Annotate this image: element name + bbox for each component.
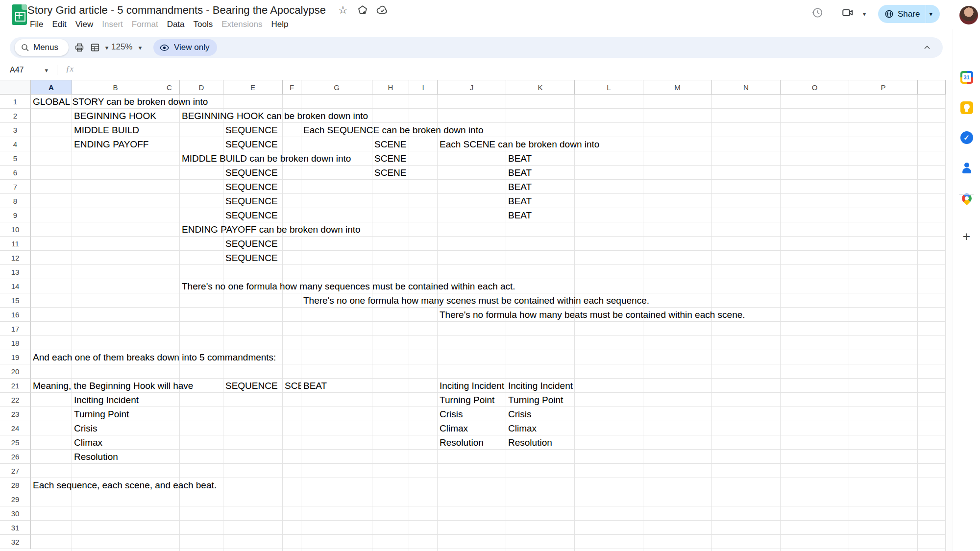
- column-header-K[interactable]: K: [506, 80, 575, 95]
- column-header-G[interactable]: G: [301, 80, 372, 95]
- column-header-E[interactable]: E: [223, 80, 283, 95]
- cell-J25[interactable]: Resolution: [438, 435, 506, 450]
- cell-E12[interactable]: SEQUENCE: [223, 251, 945, 265]
- cell-J24[interactable]: Climax: [438, 421, 506, 435]
- row-header-26[interactable]: 26: [0, 450, 31, 464]
- row-header-4[interactable]: 4: [0, 137, 31, 151]
- column-header-P[interactable]: P: [849, 80, 918, 95]
- row-header-6[interactable]: 6: [0, 166, 31, 180]
- cell-J16[interactable]: There's no formula how many beats must b…: [438, 308, 945, 322]
- cell-K9[interactable]: BEAT: [506, 208, 945, 222]
- cell-H5[interactable]: SCENE: [372, 151, 506, 166]
- menu-extensions[interactable]: Extensions: [217, 19, 267, 30]
- column-header-M[interactable]: M: [643, 80, 712, 95]
- row-header-32[interactable]: 32: [0, 535, 31, 549]
- column-header-A[interactable]: A: [31, 80, 72, 95]
- cell-A19[interactable]: And each one of them breaks down into 5 …: [31, 350, 945, 364]
- printer-icon[interactable]: [73, 41, 86, 54]
- cell-J21[interactable]: Inciting Incident: [438, 379, 506, 393]
- cell-H6[interactable]: SCENE: [372, 166, 506, 180]
- cell-E9[interactable]: SEQUENCE: [223, 208, 506, 222]
- column-header-F[interactable]: F: [283, 80, 301, 95]
- sheets-logo-icon[interactable]: [12, 4, 27, 25]
- maps-icon[interactable]: [960, 192, 973, 205]
- menu-tools[interactable]: Tools: [189, 19, 218, 30]
- row-header-14[interactable]: 14: [0, 279, 31, 293]
- cell-K8[interactable]: BEAT: [506, 194, 945, 208]
- row-header-27[interactable]: 27: [0, 464, 31, 478]
- cell-A1[interactable]: GLOBAL STORY can be broken down into: [31, 95, 945, 109]
- row-header-17[interactable]: 17: [0, 322, 31, 336]
- share-dropdown-caret-icon[interactable]: ▾: [929, 10, 932, 18]
- row-header-16[interactable]: 16: [0, 308, 31, 322]
- collapse-toolbar-chevron-icon[interactable]: [920, 41, 934, 54]
- cell-B2[interactable]: BEGINNING HOOK: [72, 109, 179, 123]
- vertical-scrollbar[interactable]: [946, 80, 953, 551]
- row-header-25[interactable]: 25: [0, 435, 31, 450]
- share-button[interactable]: Share ▾: [878, 5, 940, 23]
- menu-edit[interactable]: Edit: [48, 19, 71, 30]
- column-header-J[interactable]: J: [438, 80, 506, 95]
- row-header-11[interactable]: 11: [0, 237, 31, 251]
- cell-K22[interactable]: Turning Point: [506, 393, 945, 407]
- calendar-icon[interactable]: 31: [960, 71, 973, 84]
- view-only-chip[interactable]: View only: [153, 39, 217, 56]
- cell-J22[interactable]: Turning Point: [438, 393, 506, 407]
- row-header-5[interactable]: 5: [0, 151, 31, 166]
- column-header-overflow[interactable]: [918, 80, 946, 95]
- row-header-1[interactable]: 1: [0, 95, 31, 109]
- cell-D14[interactable]: There's no one formula how many sequence…: [180, 279, 945, 293]
- row-header-13[interactable]: 13: [0, 265, 31, 279]
- cell-D5[interactable]: MIDDLE BUILD can be broken down into: [180, 151, 372, 166]
- row-header-10[interactable]: 10: [0, 222, 31, 237]
- row-header-3[interactable]: 3: [0, 123, 31, 137]
- cell-B23[interactable]: Turning Point: [72, 407, 437, 421]
- cell-B22[interactable]: Inciting Incident: [72, 393, 437, 407]
- row-header-9[interactable]: 9: [0, 208, 31, 222]
- add-shortcut-icon[interactable]: [356, 4, 369, 17]
- cell-A21[interactable]: Meaning, the Beginning Hook will have: [31, 379, 223, 393]
- keep-icon[interactable]: [960, 101, 973, 114]
- cell-E6[interactable]: SEQUENCE: [223, 166, 372, 180]
- row-header-21[interactable]: 21: [0, 379, 31, 393]
- cell-E11[interactable]: SEQUENCE: [223, 237, 945, 251]
- select-all-corner[interactable]: [0, 80, 31, 95]
- cell-J4[interactable]: Each SCENE can be broken down into: [438, 137, 945, 151]
- menu-file[interactable]: File: [25, 19, 48, 30]
- row-header-2[interactable]: 2: [0, 109, 31, 123]
- history-icon[interactable]: [810, 6, 824, 20]
- cell-E4[interactable]: SEQUENCE: [223, 137, 372, 151]
- row-header-22[interactable]: 22: [0, 393, 31, 407]
- tasks-icon[interactable]: ✓: [960, 131, 973, 144]
- contacts-icon[interactable]: [960, 161, 973, 174]
- row-header-31[interactable]: 31: [0, 521, 31, 535]
- cell-E8[interactable]: SEQUENCE: [223, 194, 506, 208]
- cell-D10[interactable]: ENDING PAYOFF can be broken down into: [180, 222, 945, 237]
- meet-dropdown-caret-icon[interactable]: ▾: [858, 7, 871, 21]
- row-header-28[interactable]: 28: [0, 478, 31, 492]
- column-header-C[interactable]: C: [159, 80, 180, 95]
- row-header-15[interactable]: 15: [0, 293, 31, 308]
- menu-insert[interactable]: Insert: [98, 19, 127, 30]
- cell-B3[interactable]: MIDDLE BUILD: [72, 123, 223, 137]
- cloud-check-icon[interactable]: [376, 4, 389, 17]
- menu-data[interactable]: Data: [163, 19, 189, 30]
- row-header-24[interactable]: 24: [0, 421, 31, 435]
- cell-D2[interactable]: BEGINNING HOOK can be broken down into: [180, 109, 945, 123]
- column-header-D[interactable]: D: [180, 80, 223, 95]
- document-title[interactable]: Story Grid article - 5 commandments - Be…: [27, 4, 326, 17]
- row-header-18[interactable]: 18: [0, 336, 31, 350]
- cell-K7[interactable]: BEAT: [506, 180, 945, 194]
- row-header-19[interactable]: 19: [0, 350, 31, 364]
- cell-G21[interactable]: BEAT: [301, 379, 437, 393]
- cell-H4[interactable]: SCENE: [372, 137, 437, 151]
- row-header-7[interactable]: 7: [0, 180, 31, 194]
- cell-G15[interactable]: There's no one formula how many scenes m…: [301, 293, 945, 308]
- column-header-O[interactable]: O: [781, 80, 849, 95]
- cell-J23[interactable]: Crisis: [438, 407, 506, 421]
- zoom-dropdown-caret-icon[interactable]: ▾: [133, 41, 147, 54]
- column-header-B[interactable]: B: [72, 80, 159, 95]
- cell-E3[interactable]: SEQUENCE: [223, 123, 301, 137]
- video-camera-icon[interactable]: [841, 6, 855, 20]
- fx-icon[interactable]: ƒx: [66, 64, 74, 74]
